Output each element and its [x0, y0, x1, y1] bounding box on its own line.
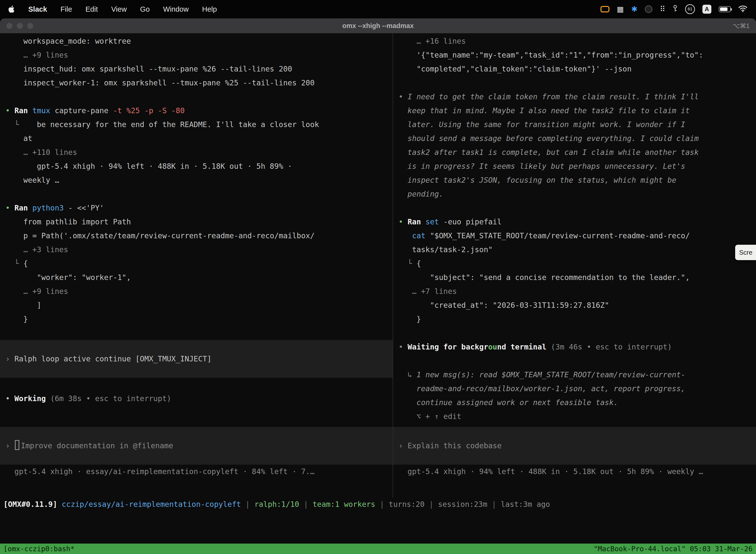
terminal-text-segment: - <<'PY' — [68, 204, 104, 212]
terminal-text-segment: gpt-5.4 xhigh · 94% left · 488K in · 5.1… — [37, 162, 292, 170]
grid-icon[interactable]: ▦ — [617, 5, 624, 13]
terminal-text-segment: { — [23, 259, 28, 268]
screen-recording-indicator-icon[interactable] — [601, 6, 610, 12]
terminal-text-segment: later. Using the same for transition mig… — [407, 120, 685, 129]
terminal-line: weekly … — [0, 173, 393, 187]
terminal-text-segment: } — [417, 315, 421, 323]
terminal-text-segment: inspect_hud: omx sparkshell --tmux-pane … — [23, 64, 292, 73]
apple-menu-icon[interactable] — [8, 5, 15, 13]
menu-go[interactable]: Go — [140, 5, 150, 13]
prompt-input-left[interactable]: › Improve documentation in @filename — [0, 427, 393, 465]
menu-bar-status-icons: ▦ ✱ ⠿ 61 A — [601, 4, 748, 14]
terminal-line — [393, 326, 756, 340]
tmux-pane-right[interactable]: … +16 lines'{"team_name":"my-team","task… — [393, 33, 756, 497]
pinwheel-icon[interactable]: ✱ — [631, 5, 637, 13]
terminal-text-segment: p = Path('.omx/state/team/review-current… — [23, 231, 315, 240]
app-menu-slack[interactable]: Slack — [28, 5, 47, 13]
input-source-icon[interactable]: A — [702, 5, 711, 14]
terminal-line — [0, 378, 393, 392]
prompt-placeholder-text: Explain this codebase — [407, 441, 502, 450]
terminal-line: gpt-5.4 xhigh · 94% left · 488K in · 5.1… — [393, 465, 756, 479]
omx-hud-status-line: [OMX#0.11.9] cczip/essay/ai-reimplementa… — [0, 497, 756, 511]
screen-share-popup[interactable]: Scre — [735, 245, 756, 260]
text-cursor — [15, 440, 19, 450]
terminal-text-segment: pending. — [407, 189, 443, 198]
terminal-text-segment: Ralph loop active continue [OMX_TMUX_INJ… — [14, 354, 211, 363]
terminal-empty-area — [0, 511, 756, 544]
terminal-line: is in progress? It seems likely but perh… — [393, 159, 756, 173]
terminal-text-segment: "subject": "send a concise recommendatio… — [430, 273, 690, 282]
terminal-text-segment: Waiting for backgr — [407, 342, 488, 351]
terminal-text-segment: -euo pipefail — [443, 217, 502, 226]
terminal-text-segment: Ran — [14, 204, 32, 212]
terminal-line: should send a message before completing … — [393, 131, 756, 146]
menu-file[interactable]: File — [61, 5, 72, 13]
battery-icon[interactable] — [719, 6, 731, 12]
terminal-text-segment: Ran — [14, 106, 32, 115]
tmux-host-clock: "MacBook-Pro-44.local" 05:03 31-Mar-26 — [593, 545, 753, 553]
key-icon[interactable] — [673, 5, 678, 14]
dots-grid-icon[interactable]: ⠿ — [660, 5, 665, 13]
terminal-text-segment: python3 — [32, 204, 68, 212]
terminal-line: at — [0, 131, 393, 146]
terminal-line: … +7 lines — [393, 284, 756, 298]
terminal-scrollback-right: … +16 lines'{"team_name":"my-team","task… — [393, 34, 756, 424]
menu-bar: Slack File Edit View Go Window Help ▦ ✱ … — [0, 0, 756, 18]
terminal-line: • Waiting for background terminal (3m 46… — [393, 340, 756, 354]
menu-window[interactable]: Window — [163, 5, 189, 13]
menu-edit[interactable]: Edit — [85, 5, 98, 13]
terminal-line — [0, 326, 393, 340]
terminal-text-segment: I need to get the claim token from the c… — [407, 92, 699, 101]
menu-view[interactable]: View — [111, 5, 127, 13]
terminal-text-segment: Working — [14, 394, 50, 403]
terminal-line: tasks/task-2.json" — [393, 243, 756, 257]
terminal-text-segment: continue assigned work or next feasible … — [417, 398, 618, 407]
terminal-line: gpt-5.4 xhigh · essay/ai-reimplementatio… — [0, 465, 393, 479]
terminal-text-segment: (3m 46s • esc to interrupt) — [551, 342, 672, 351]
terminal-line — [0, 90, 393, 104]
terminal-text-segment: last:3m ago — [501, 500, 550, 509]
terminal-text-segment: cat — [412, 231, 430, 240]
terminal-text-segment: workspace_mode: worktree — [23, 37, 131, 45]
terminal-line: } — [0, 312, 393, 326]
terminal-text-segment: ou — [488, 342, 497, 351]
terminal-line: } — [393, 312, 756, 326]
terminal-text-segment: • — [398, 342, 407, 351]
terminal-line: pending. — [393, 187, 756, 201]
window-shortcut: ⌥⌘1 — [733, 22, 750, 30]
window-title: omx --xhigh --madmax — [0, 22, 756, 30]
terminal-line: … +3 lines — [0, 243, 393, 257]
tmux-session-window: [omx-cczip0:bash* — [3, 545, 75, 553]
terminal-line: └ { — [393, 257, 756, 271]
terminal-text-segment: capture-pane — [55, 106, 113, 115]
terminal-line: ] — [0, 298, 393, 312]
terminal-text-segment: } — [23, 315, 28, 323]
menu-help[interactable]: Help — [202, 5, 217, 13]
terminal-text-segment: 1 new msg(s): read $OMX_TEAM_STATE_ROOT/… — [417, 370, 685, 379]
battery-percent-gauge[interactable]: 61 — [685, 4, 695, 14]
terminal-line: "completed","claim_token":"claim-token"}… — [393, 62, 756, 76]
terminal-text-segment: | — [299, 500, 313, 509]
model-status-line-left: gpt-5.4 xhigh · essay/ai-reimplementatio… — [0, 465, 393, 479]
terminal-text-segment: "completed","claim_token":"claim-token"}… — [417, 64, 631, 73]
menu-bar-left: Slack File Edit View Go Window Help — [8, 5, 217, 13]
terminal-text-segment: gpt-5.4 xhigh · essay/ai-reimplementatio… — [14, 467, 315, 476]
terminal-line: • I need to get the claim token from the… — [393, 90, 756, 104]
terminal-line: "worker": "worker-1", — [0, 271, 393, 284]
terminal-text-segment: set — [425, 217, 443, 226]
terminal-text-segment: should send a message before completing … — [407, 134, 699, 143]
terminal-text-segment: ↳ — [407, 370, 417, 379]
wifi-icon[interactable] — [738, 5, 748, 14]
terminal-line: … +9 lines — [0, 48, 393, 62]
terminal-line: ⌥ + ↑ edit — [393, 409, 756, 424]
terminal-text-segment: … +16 lines — [417, 37, 466, 45]
window-titlebar[interactable]: omx --xhigh --madmax ⌥⌘1 — [0, 18, 756, 33]
terminal-line: task2 after task1 is complete, but can I… — [393, 146, 756, 159]
terminal-text-segment: inspect_worker-1: omx sparkshell --tmux-… — [23, 78, 315, 87]
tmux-pane-left[interactable]: workspace_mode: worktree… +9 linesinspec… — [0, 33, 393, 497]
terminal-line: cat "$OMX_TEAM_STATE_ROOT/team/review-cu… — [393, 229, 756, 243]
circle-app-icon[interactable] — [645, 5, 652, 13]
terminal-line: "created_at": "2026-03-31T11:59:27.816Z" — [393, 298, 756, 312]
prompt-input-right[interactable]: › Explain this codebase — [393, 427, 756, 465]
terminal-line: inspect_worker-1: omx sparkshell --tmux-… — [0, 76, 393, 90]
